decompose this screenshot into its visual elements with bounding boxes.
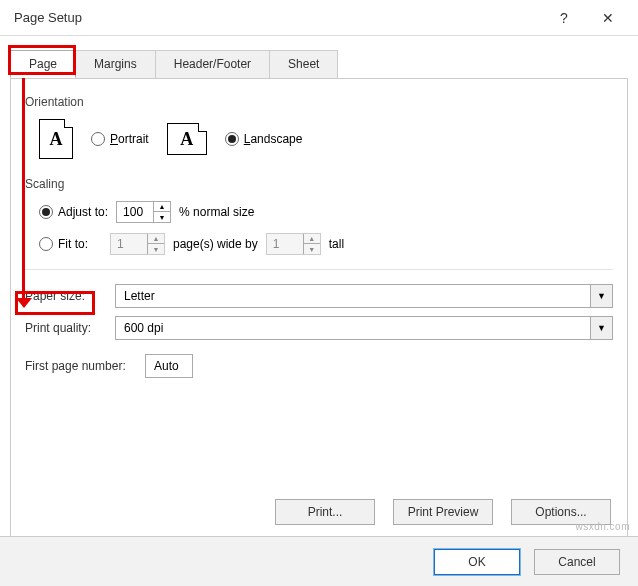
- fit-tall-spinner[interactable]: 1 ▲ ▼: [266, 233, 321, 255]
- dialog-footer: OK Cancel: [0, 536, 638, 586]
- spinner-arrows: ▲ ▼: [303, 234, 320, 254]
- radio-ring-icon: [39, 205, 53, 219]
- print-quality-dropdown[interactable]: 600 dpi ▼: [115, 316, 613, 340]
- adjust-to-radio[interactable]: Adjust to:: [39, 205, 108, 219]
- ok-button[interactable]: OK: [434, 549, 520, 575]
- watermark: wsxdn.com: [575, 521, 630, 532]
- spinner-down-icon[interactable]: ▼: [154, 212, 170, 222]
- print-quality-value: 600 dpi: [116, 321, 590, 335]
- orientation-label: Orientation: [25, 95, 613, 109]
- fit-tall-value: 1: [267, 237, 303, 251]
- portrait-radio[interactable]: Portrait: [91, 132, 149, 146]
- fit-to-row: Fit to: 1 ▲ ▼ page(s) wide by 1 ▲ ▼ tall: [39, 233, 613, 255]
- spinner-arrows: ▲ ▼: [153, 202, 170, 222]
- tab-margins[interactable]: Margins: [75, 50, 156, 78]
- adjust-percent-spinner[interactable]: 100 ▲ ▼: [116, 201, 171, 223]
- first-page-value: Auto: [154, 359, 179, 373]
- adjust-suffix: % normal size: [179, 205, 254, 219]
- spinner-arrows: ▲ ▼: [147, 234, 164, 254]
- paper-size-row: Paper size: Letter ▼: [25, 284, 613, 308]
- fit-to-label: Fit to:: [58, 237, 88, 251]
- landscape-radio-label: Landscape: [244, 132, 303, 146]
- radio-ring-icon: [39, 237, 53, 251]
- window-title: Page Setup: [14, 10, 542, 25]
- fit-wide-spinner[interactable]: 1 ▲ ▼: [110, 233, 165, 255]
- content-button-row: Print... Print Preview Options...: [275, 499, 611, 525]
- radio-ring-icon: [91, 132, 105, 146]
- landscape-radio[interactable]: Landscape: [225, 132, 303, 146]
- tab-page[interactable]: Page: [10, 50, 76, 78]
- chevron-down-icon[interactable]: ▼: [590, 285, 612, 307]
- print-preview-button[interactable]: Print Preview: [393, 499, 493, 525]
- chevron-down-icon[interactable]: ▼: [590, 317, 612, 339]
- spinner-down-icon[interactable]: ▼: [304, 244, 320, 254]
- spinner-up-icon[interactable]: ▲: [148, 234, 164, 244]
- paper-size-label: Paper size:: [25, 289, 105, 303]
- spinner-down-icon[interactable]: ▼: [148, 244, 164, 254]
- cancel-button[interactable]: Cancel: [534, 549, 620, 575]
- first-page-row: First page number: Auto: [25, 354, 613, 378]
- portrait-radio-label: Portrait: [110, 132, 149, 146]
- first-page-label: First page number:: [25, 359, 135, 373]
- first-page-input[interactable]: Auto: [145, 354, 193, 378]
- adjust-percent-value: 100: [117, 205, 153, 219]
- paper-size-dropdown[interactable]: Letter ▼: [115, 284, 613, 308]
- portrait-icon: A: [39, 119, 73, 159]
- close-button[interactable]: ✕: [586, 2, 630, 34]
- print-button[interactable]: Print...: [275, 499, 375, 525]
- tab-sheet[interactable]: Sheet: [269, 50, 338, 78]
- spinner-up-icon[interactable]: ▲: [154, 202, 170, 212]
- fit-tall-label: tall: [329, 237, 344, 251]
- fit-wide-label: page(s) wide by: [173, 237, 258, 251]
- fit-wide-value: 1: [111, 237, 147, 251]
- tab-content-page: Orientation A Portrait A Landscape Scali…: [10, 78, 628, 538]
- landscape-icon: A: [167, 123, 207, 155]
- adjust-to-row: Adjust to: 100 ▲ ▼ % normal size: [39, 201, 613, 223]
- adjust-to-label: Adjust to:: [58, 205, 108, 219]
- orientation-row: A Portrait A Landscape: [39, 119, 613, 159]
- scaling-label: Scaling: [25, 177, 613, 191]
- radio-ring-icon: [225, 132, 239, 146]
- fit-to-radio[interactable]: Fit to:: [39, 237, 88, 251]
- tab-header-footer[interactable]: Header/Footer: [155, 50, 270, 78]
- separator: [25, 269, 613, 270]
- print-quality-row: Print quality: 600 dpi ▼: [25, 316, 613, 340]
- tab-strip: Page Margins Header/Footer Sheet: [10, 50, 638, 78]
- annotation-arrow: [22, 78, 25, 298]
- titlebar: Page Setup ? ✕: [0, 0, 638, 36]
- spinner-up-icon[interactable]: ▲: [304, 234, 320, 244]
- help-button[interactable]: ?: [542, 2, 586, 34]
- print-quality-label: Print quality:: [25, 321, 105, 335]
- paper-size-value: Letter: [116, 289, 590, 303]
